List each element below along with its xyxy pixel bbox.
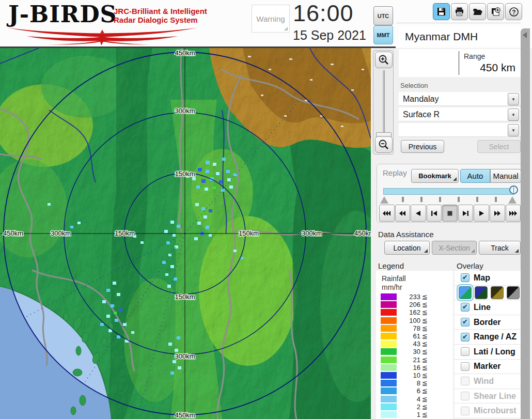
save-button[interactable] [433,3,450,20]
extra-dropdown[interactable]: ▼ [399,123,521,137]
overlay-row-line: Line [455,300,521,315]
zoom-slider-track[interactable] [383,70,385,133]
play-button[interactable] [474,205,489,222]
map-style-blue-green[interactable] [459,286,472,299]
data-assistance-label: Data Assistance [378,230,434,239]
legend-value: 6 [397,387,420,395]
fast-forward-icon [494,210,501,216]
legend-row: 2≦ [376,403,453,411]
lati-long-checkbox[interactable] [461,347,470,356]
marker-checkbox-label: Marker [474,362,500,371]
legend-row: 10≦ [376,371,453,379]
radar-map[interactable]: 450km 300km 150km 150km 300km 450km 450k… [0,48,371,419]
legend-row: 78≦ [376,324,453,332]
legend-value: 10 [397,371,420,379]
x-section-button[interactable]: X-Section [432,241,477,255]
legend-lte-icon: ≦ [422,395,428,403]
product-dropdown[interactable]: Surface R ▼ [399,107,521,121]
wind-checkbox-label: Wind [474,377,494,386]
site-dropdown[interactable]: Mandalay ▼ [399,92,521,106]
ring-label-e150: 150km [239,229,259,237]
chevron-down-icon[interactable]: ▼ [508,124,519,136]
print-icon [455,7,464,17]
overlay-row-marker: Marker [455,360,521,375]
location-button[interactable]: Location [384,241,430,255]
legend-color-swatch [381,364,397,371]
mmt-timezone-button[interactable]: MMT [373,25,393,44]
lati-long-checkbox-label: Lati / Long [474,347,515,356]
add-snapshot-icon [491,7,501,17]
line-checkbox[interactable] [461,303,470,312]
bookmark-button[interactable]: Bookmark [411,169,459,183]
overlay-section-label: Overlay [457,261,483,270]
chevron-down-icon[interactable]: ▼ [508,93,519,105]
zoom-out-button[interactable] [375,136,393,153]
location-button-label: Location [394,244,421,252]
legend-color-swatch [381,404,397,410]
zoom-in-button[interactable] [375,52,393,68]
replay-tick [402,197,404,202]
replay-slider-thumb[interactable] [509,185,518,194]
step-forward-button[interactable] [458,205,474,222]
help-button[interactable]: ? [505,3,522,20]
ring-label-s300: 300km [175,352,195,360]
ring-label-n300: 300km [175,107,195,115]
map-style-black-gray[interactable] [507,286,520,299]
overlay-row-map: Map [455,271,521,286]
replay-slider-track[interactable] [383,188,514,195]
legend-value: 4 [397,395,420,403]
chevron-down-icon[interactable]: ▼ [508,108,519,121]
legend-lte-icon: ≦ [422,308,428,316]
border-checkbox[interactable] [461,318,470,327]
previous-button[interactable]: Previous [401,140,444,153]
legend-color-swatch [381,340,397,347]
manual-mode-button[interactable]: Manual [490,169,521,183]
auto-mode-button[interactable]: Auto [460,169,490,183]
legend-value: 162 [397,308,420,316]
fast-rewind-button[interactable] [395,205,411,222]
rainfall-legend: Rainfall mm/hr 233≦ 206≦ 162≦ 100≦ 78≦ 6… [376,271,453,419]
map-zoom-control [373,50,394,154]
ring-label-e450: 450km [354,229,371,237]
previous-button-label: Previous [409,143,436,151]
step-forward-icon [462,210,469,216]
reverse-play-button[interactable] [411,205,426,222]
map-style-olive-gold[interactable] [491,286,504,299]
legend-scale: 233≦ 206≦ 162≦ 100≦ 78≦ 61≦ 43≦ 30≦ 21≦ … [376,293,453,418]
range-display: Range 450 km [399,49,521,77]
range-divider [459,51,459,75]
replay-range-end-marker[interactable] [508,196,517,204]
select-button[interactable]: Select [477,140,521,153]
overlay-options: Map Line Border Range / AZ Lati / Long M… [455,271,521,419]
range-az-checkbox[interactable] [461,333,470,342]
jump-end-button[interactable] [506,205,521,222]
marker-checkbox[interactable] [461,362,470,371]
replay-range-start-marker[interactable] [380,196,388,204]
legend-value: 206 [397,301,420,308]
ring-label-w150: 150km [115,229,135,237]
step-back-button[interactable] [427,205,442,222]
stop-button[interactable] [442,205,458,222]
jump-start-button[interactable] [379,205,395,222]
open-folder-button[interactable] [469,3,486,20]
track-button[interactable]: Track [479,241,521,255]
print-button[interactable] [451,3,468,20]
replay-panel: Replay Bookmark Auto Manual [377,164,523,223]
legend-color-swatch [381,348,397,355]
legend-color-swatch [381,396,397,402]
add-snapshot-button[interactable] [487,3,504,20]
map-checkbox[interactable] [461,273,470,282]
station-name-field[interactable]: Myanmar DMH [399,27,521,46]
legend-color-swatch [381,380,397,386]
map-style-navy-darkgreen[interactable] [475,286,488,299]
utc-label: UTC [378,13,389,19]
legend-row: 6≦ [376,387,453,395]
auto-button-label: Auto [467,172,483,180]
legend-value: 16 [397,364,420,371]
panel-collapse-strip[interactable] [521,28,530,419]
fast-forward-button[interactable] [490,205,505,222]
warning-button[interactable]: Warning [252,5,290,33]
utc-timezone-button[interactable]: UTC [373,6,393,25]
legend-row: 100≦ [376,317,453,324]
range-value: 450 km [480,61,515,74]
